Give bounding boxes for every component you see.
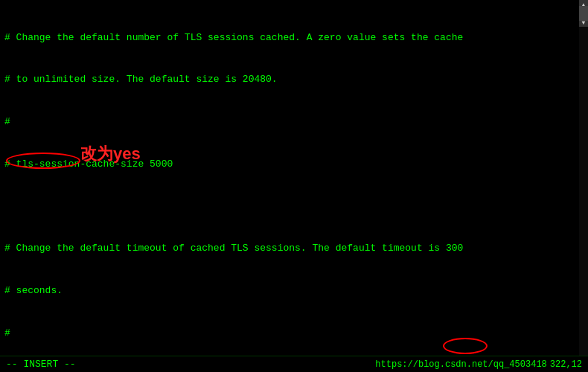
editor-window: # Change the default number of TLS sessi… (0, 0, 588, 372)
blog-url: https://blog.csdn.net/qq_4503418 (375, 359, 546, 370)
editor-mode: -- INSERT -- (6, 359, 76, 370)
line-3: # (4, 115, 584, 129)
line-1: # Change the default number of TLS sessi… (4, 31, 584, 45)
line-5 (4, 199, 584, 214)
line-7: # seconds. (4, 284, 584, 298)
statusbar-right-section: https://blog.csdn.net/qq_4503418 322,12 (375, 359, 582, 370)
editor-text-area[interactable]: # Change the default number of TLS sessi… (0, 0, 588, 372)
line-8: # (4, 327, 584, 341)
scrollbar[interactable]: ▲ ▼ (579, 0, 588, 356)
line-2: # to unlimited size. The default size is… (4, 73, 584, 87)
scrollbar-thumb[interactable] (579, 6, 588, 21)
cursor-coords: 322,12 (550, 359, 582, 370)
statusbar: -- INSERT -- https://blog.csdn.net/qq_45… (0, 356, 588, 372)
line-6: # Change the default timeout of cached T… (4, 242, 584, 256)
line-4: # tls-session-cache-size 5000 (4, 158, 584, 172)
